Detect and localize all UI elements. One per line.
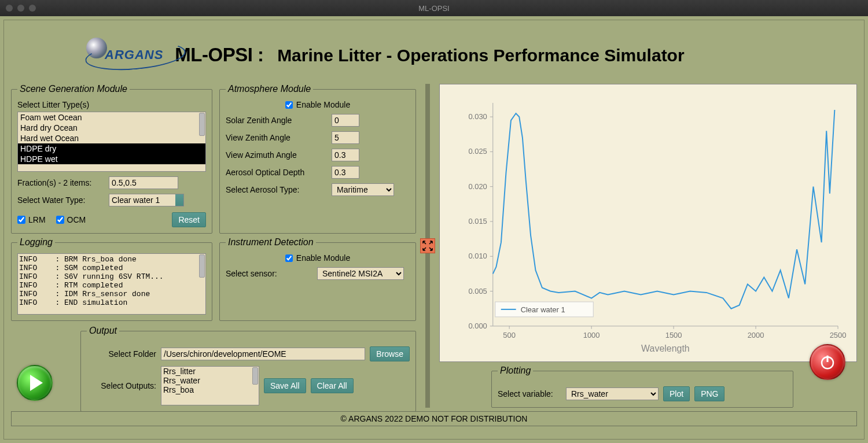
fractions-input[interactable] <box>109 176 178 189</box>
aerosol-select[interactable]: Maritime <box>332 183 394 196</box>
clear-all-button[interactable]: Clear All <box>311 378 354 393</box>
plot-button[interactable]: Plot <box>663 386 690 401</box>
atmo-param-label: View Zenith Angle <box>226 133 327 142</box>
atmo-param-input[interactable] <box>332 131 359 144</box>
svg-text:0.000: 0.000 <box>468 322 487 330</box>
atmo-param-label: View Azimuth Angle <box>226 150 327 160</box>
header: ARGANS ML-OPSI : Marine Litter - Operati… <box>11 32 857 84</box>
svg-text:Wavelength: Wavelength <box>641 344 690 353</box>
browse-button[interactable]: Browse <box>370 346 410 361</box>
svg-text:0.005: 0.005 <box>468 287 487 296</box>
log-output: INFO : BRM Rrs_boa done INFO : SGM compl… <box>17 253 206 315</box>
atmo-enable-checkbox[interactable] <box>285 101 293 109</box>
plotting-legend: Plotting <box>498 366 533 376</box>
svg-text:Clear water 1: Clear water 1 <box>521 305 565 314</box>
litter-option[interactable]: Foam wet Ocean <box>18 112 205 123</box>
svg-text:0.025: 0.025 <box>468 147 487 156</box>
lrm-checkbox[interactable]: LRM <box>17 215 46 224</box>
expand-icon[interactable] <box>420 238 435 253</box>
svg-text:0.030: 0.030 <box>468 112 487 121</box>
page-title-suffix: Marine Litter - Operations Performance S… <box>277 46 685 65</box>
variable-select[interactable]: Rrs_water <box>566 387 659 400</box>
scene-generation-module: Scene Generation Module Select Litter Ty… <box>11 84 212 234</box>
page-title-prefix: ML-OPSI : <box>175 44 263 65</box>
scene-legend: Scene Generation Module <box>17 84 130 94</box>
atmo-param-label: Solar Zenith Angle <box>226 116 327 125</box>
traffic-light-max[interactable] <box>29 5 36 12</box>
chart-area: 0.0000.0050.0100.0150.0200.0250.03050010… <box>439 84 857 362</box>
outputs-label: Select Outputs: <box>87 381 156 390</box>
logo-text: ARGANS <box>105 47 163 62</box>
output-option[interactable]: Rrs_boa <box>161 385 259 394</box>
svg-text:1500: 1500 <box>665 331 682 339</box>
instr-enable-checkbox[interactable] <box>285 254 293 262</box>
power-button[interactable] <box>810 344 845 380</box>
output-option[interactable]: Rrs_water <box>161 376 259 385</box>
litter-label: Select Litter Type(s) <box>17 100 206 109</box>
run-button[interactable] <box>17 365 53 401</box>
aerosol-label: Select Aerosol Type: <box>226 185 327 194</box>
png-button[interactable]: PNG <box>694 386 724 401</box>
atmosphere-module: Atmosphere Module Enable Module Solar Ze… <box>219 84 416 234</box>
traffic-light-min[interactable] <box>17 5 24 12</box>
atmo-param-label: Aerosol Optical Depth <box>226 168 327 177</box>
window-title: ML-OPSI <box>418 4 449 13</box>
logo: ARGANS <box>80 45 163 65</box>
lrm-check-input[interactable] <box>17 216 25 224</box>
litter-option[interactable]: HDPE dry <box>18 143 205 154</box>
sensor-select[interactable]: Sentinel2 MSI2A <box>317 267 404 280</box>
water-type-select[interactable]: Clear water 1 <box>109 194 184 206</box>
title-bar: ML-OPSI <box>0 0 868 16</box>
litter-option[interactable]: Hard wet Ocean <box>18 133 205 143</box>
outputs-listbox[interactable]: Rrs_litterRrs_waterRrs_boa <box>161 366 259 405</box>
svg-text:0.020: 0.020 <box>468 182 487 191</box>
reset-button[interactable]: Reset <box>172 212 206 227</box>
instrument-detection-module: Instrument Detection Enable Module Selec… <box>219 237 416 321</box>
plotting-module: Plotting Select variable: Rrs_water Plot… <box>491 366 793 408</box>
chart-svg: 0.0000.0050.0100.0150.0200.0250.03050010… <box>447 91 849 355</box>
svg-text:0.015: 0.015 <box>468 217 487 226</box>
save-all-button[interactable]: Save All <box>264 378 306 393</box>
output-legend: Output <box>87 326 119 336</box>
traffic-light-close[interactable] <box>6 5 13 12</box>
output-option[interactable]: Rrs_litter <box>161 367 259 376</box>
atmo-param-input[interactable] <box>332 114 359 127</box>
splitter[interactable] <box>425 84 430 408</box>
logging-module: Logging INFO : BRM Rrs_boa done INFO : S… <box>11 237 212 321</box>
folder-label: Select Folder <box>87 349 156 359</box>
litter-option[interactable]: Hard dry Ocean <box>18 123 205 133</box>
ocm-checkbox[interactable]: OCM <box>56 215 86 224</box>
svg-text:1000: 1000 <box>583 331 600 339</box>
output-module: Output Select Folder Browse Select Outpu… <box>80 326 416 412</box>
svg-text:500: 500 <box>503 331 516 339</box>
instr-enable-label: Enable Module <box>296 253 350 263</box>
svg-text:2500: 2500 <box>830 331 847 339</box>
folder-input[interactable] <box>161 348 365 360</box>
svg-text:2000: 2000 <box>748 331 764 339</box>
variable-label: Select variable: <box>498 389 561 398</box>
log-scrollbar[interactable] <box>199 254 205 278</box>
litter-option[interactable]: HDPE wet <box>18 154 205 164</box>
svg-text:0.010: 0.010 <box>468 252 487 260</box>
water-type-label: Select Water Type: <box>17 195 104 205</box>
instr-legend: Instrument Detection <box>226 237 316 248</box>
out-scrollbar[interactable] <box>252 367 258 385</box>
atmo-param-input[interactable] <box>332 149 359 161</box>
litter-listbox[interactable]: Foam wet OceanHard dry OceanHard wet Oce… <box>17 112 206 172</box>
sensor-label: Select sensor: <box>226 269 312 278</box>
atmo-enable-label: Enable Module <box>296 100 350 109</box>
atmo-legend: Atmosphere Module <box>226 84 313 94</box>
logging-legend: Logging <box>17 237 55 248</box>
footer: © ARGANS 2022 DEMO NOT FOR DISTRIBUTION <box>11 411 857 426</box>
ocm-check-input[interactable] <box>56 216 64 224</box>
fractions-label: Fraction(s) - 2 items: <box>17 178 104 187</box>
atmo-param-input[interactable] <box>332 166 359 179</box>
scrollbar[interactable] <box>199 113 205 136</box>
